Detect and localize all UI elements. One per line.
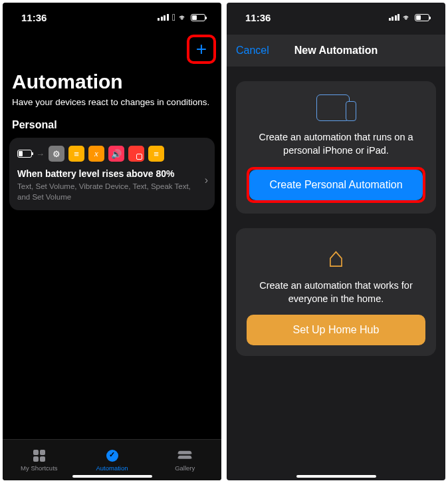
personal-automation-card: Create an automation that runs on a pers… (236, 81, 436, 214)
setup-home-hub-button[interactable]: Set Up Home Hub (247, 315, 425, 345)
volume-icon: 🔊 (108, 146, 124, 162)
tab-bar: My Shortcuts Automation Gallery (3, 439, 221, 480)
battery-trigger-icon (17, 150, 32, 158)
tab-automation[interactable]: Automation (76, 440, 149, 480)
tab-label: My Shortcuts (21, 464, 57, 472)
arrow-icon: → (36, 149, 45, 159)
wifi-icon: ᯤ (403, 13, 411, 23)
status-indicators: ᯤ (389, 13, 430, 23)
sheet-title: New Automation (294, 45, 378, 57)
create-personal-button[interactable]: Create Personal Automation (249, 170, 423, 200)
vibrate-icon (128, 146, 144, 162)
wifi-icon:  (172, 12, 175, 23)
tab-my-shortcuts[interactable]: My Shortcuts (3, 440, 76, 480)
wifi-icon: ᯤ (179, 13, 187, 23)
phone-left: 11:36  ᯤ + Automation Have your devices… (3, 3, 221, 480)
home-automation-card: ⌂ Create an automation that works for ev… (236, 228, 436, 357)
status-bar: 11:36 ᯤ (227, 3, 445, 32)
devices-icon (316, 94, 356, 121)
home-indicator[interactable] (72, 475, 152, 478)
page-title: Automation (12, 71, 212, 93)
page-subtitle: Have your devices react to changes in co… (12, 97, 212, 107)
automation-card[interactable]: → ⚙ ≡ x 🔊 ≡ When battery level rises abo… (9, 138, 215, 210)
automation-icon (106, 450, 118, 462)
cellular-icon (389, 14, 400, 21)
text-icon-2: ≡ (148, 146, 164, 162)
grid-icon (33, 450, 45, 462)
tab-label: Gallery (175, 464, 195, 472)
status-bar: 11:36  ᯤ (3, 3, 221, 32)
automation-title: When battery level rises above 80% (17, 168, 207, 179)
section-personal: Personal (12, 119, 212, 131)
home-text: Create an automation that works for ever… (247, 279, 425, 306)
home-indicator[interactable] (296, 475, 376, 478)
phone-right: 11:36 ᯤ Cancel New Automation Create an … (227, 3, 445, 480)
add-button[interactable]: + (189, 37, 213, 61)
cellular-icon (158, 14, 169, 21)
personal-text: Create an automation that runs on a pers… (247, 130, 425, 158)
battery-icon (415, 14, 429, 21)
settings-icon: ⚙ (49, 146, 64, 162)
status-time: 11:36 (245, 12, 271, 23)
house-icon: ⌂ (328, 242, 344, 273)
tab-label: Automation (96, 464, 128, 472)
highlight-add: + (187, 35, 216, 64)
highlight-personal: Create Personal Automation (247, 167, 425, 203)
variable-icon: x (88, 146, 104, 162)
gallery-icon (178, 450, 191, 462)
automation-desc: Text, Set Volume, Vibrate Device, Text, … (17, 182, 207, 202)
status-time: 11:36 (21, 12, 47, 23)
text-icon: ≡ (68, 146, 84, 162)
tab-gallery[interactable]: Gallery (148, 440, 221, 480)
action-icon-row: → ⚙ ≡ x 🔊 ≡ (17, 146, 207, 162)
status-indicators:  ᯤ (158, 12, 205, 23)
battery-icon (191, 14, 205, 21)
chevron-right-icon: › (205, 174, 208, 186)
cancel-button[interactable]: Cancel (236, 45, 269, 57)
sheet-header: Cancel New Automation (227, 35, 445, 67)
